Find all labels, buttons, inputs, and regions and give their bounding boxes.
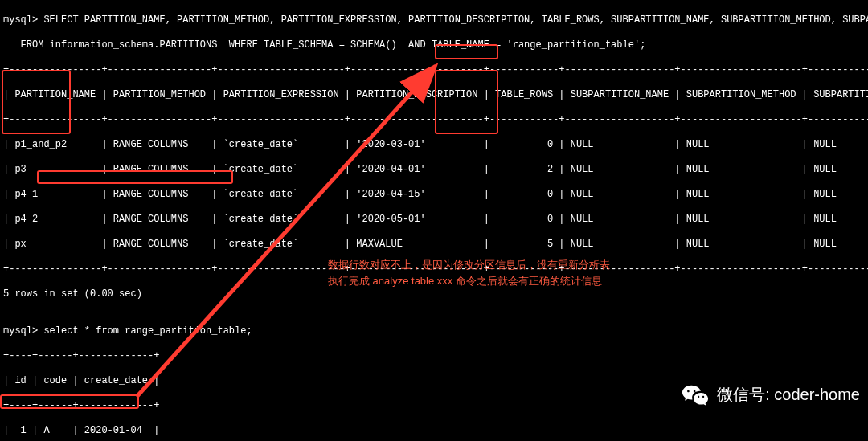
data-sep: +----+------+-------------+ bbox=[3, 400, 865, 413]
table-sep: +----------------+------------------+---… bbox=[3, 263, 865, 276]
table-sep: +----------------+------------------+---… bbox=[3, 64, 865, 77]
table-row: | px | RANGE COLUMNS | `create_date` | M… bbox=[3, 239, 865, 251]
table-row: | p1_and_p2 | RANGE COLUMNS | `create_da… bbox=[3, 139, 865, 152]
table-row: | p3 | RANGE COLUMNS | `create_date` | '… bbox=[3, 164, 865, 177]
sql-query-select: mysql> select * from range_partition_tab… bbox=[3, 325, 865, 338]
sql-query-line1: mysql> SELECT PARTITION_NAME, PARTITION_… bbox=[3, 14, 865, 27]
data-sep: +----+------+-------------+ bbox=[3, 350, 865, 363]
terminal-output[interactable]: mysql> SELECT PARTITION_NAME, PARTITION_… bbox=[0, 0, 868, 441]
table-row: | p4_1 | RANGE COLUMNS | `create_date` |… bbox=[3, 189, 865, 202]
result-footer: 5 rows in set (0.00 sec) bbox=[3, 288, 865, 301]
data-header: | id | code | create_date | bbox=[3, 375, 865, 388]
table-sep: +----------------+------------------+---… bbox=[3, 114, 865, 127]
sql-query-line2: FROM information_schema.PARTITIONS WHERE… bbox=[3, 39, 865, 52]
data-row: | 1 | A | 2020-01-04 | bbox=[3, 425, 865, 438]
table-header: | PARTITION_NAME | PARTITION_METHOD | PA… bbox=[3, 89, 865, 102]
table-row: | p4_2 | RANGE COLUMNS | `create_date` |… bbox=[3, 214, 865, 227]
